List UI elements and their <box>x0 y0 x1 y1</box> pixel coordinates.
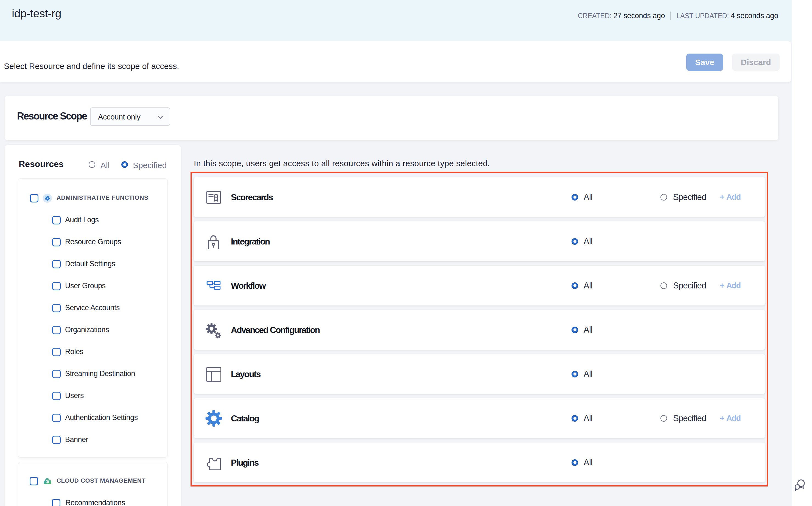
svg-text:$: $ <box>46 479 49 484</box>
